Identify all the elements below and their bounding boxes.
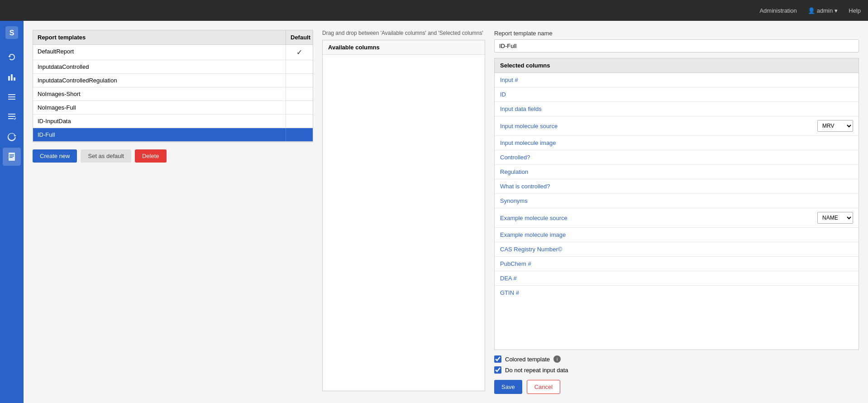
tasks-icon[interactable] <box>3 108 21 126</box>
column-label: What is controlled? <box>500 183 550 190</box>
column-label: GTIN # <box>500 289 519 296</box>
do-not-repeat-row: Do not repeat input data <box>494 366 859 374</box>
column-label: Regulation <box>500 168 528 175</box>
colored-template-checkbox[interactable] <box>494 355 501 363</box>
delete-button[interactable]: Delete <box>135 149 167 163</box>
selected-columns-header: Selected columns <box>495 58 858 73</box>
row-name: InputdataControlled <box>33 60 286 73</box>
colored-template-label: Colored template <box>505 356 550 363</box>
chart-icon[interactable] <box>3 68 21 86</box>
table-row[interactable]: DefaultReport✓ <box>33 45 313 60</box>
column-label: Example molecule image <box>500 231 566 238</box>
cancel-button[interactable]: Cancel <box>527 380 560 394</box>
save-cancel-row: Save Cancel <box>494 380 859 394</box>
svg-text:S: S <box>10 29 14 37</box>
set-as-default-button[interactable]: Set as default <box>81 149 131 163</box>
content-area: Report templates Default DefaultReport✓I… <box>33 30 859 394</box>
main-content: Report templates Default DefaultReport✓I… <box>24 21 868 403</box>
logo-icon[interactable]: S <box>4 24 20 41</box>
selected-columns-rows: Input #IDInput data fieldsInput molecule… <box>495 73 858 300</box>
create-new-button[interactable]: Create new <box>33 149 77 163</box>
do-not-repeat-label: Do not repeat input data <box>505 367 568 374</box>
column-label: PubChem # <box>500 260 531 267</box>
svg-rect-13 <box>10 154 14 155</box>
svg-rect-14 <box>10 156 14 157</box>
row-default <box>286 74 313 87</box>
table-row[interactable]: ID-Full <box>33 128 313 142</box>
svg-rect-8 <box>8 114 15 115</box>
table-row[interactable]: InputdataControlled <box>33 60 313 74</box>
colored-template-info-icon[interactable]: i <box>553 355 561 363</box>
column-label: Input molecule image <box>500 139 556 146</box>
row-default <box>286 128 313 141</box>
row-name: DefaultReport <box>33 45 286 60</box>
selected-column-row: CAS Registry Number© <box>495 242 858 257</box>
admin-menu[interactable]: 👤 admin ▾ <box>808 7 838 14</box>
selected-column-row: PubChem # <box>495 257 858 271</box>
list-icon[interactable] <box>3 88 21 106</box>
selected-column-row: Controlled? <box>495 150 858 165</box>
selected-column-row: Synonyms <box>495 194 858 208</box>
column-label: Controlled? <box>500 154 530 161</box>
right-panel: Report template name Selected columns In… <box>494 30 859 394</box>
selected-column-row: Input # <box>495 73 858 87</box>
table-row[interactable]: ID-InputData <box>33 115 313 128</box>
svg-rect-6 <box>8 96 15 97</box>
admin-icon: 👤 <box>808 7 815 14</box>
do-not-repeat-checkbox[interactable] <box>494 366 501 374</box>
selected-column-row: Regulation <box>495 165 858 179</box>
column-label: CAS Registry Number© <box>500 246 562 253</box>
row-name: InputdataControlledRegulation <box>33 74 286 87</box>
bottom-options: Colored template i Do not repeat input d… <box>494 355 859 374</box>
column-source-dropdown[interactable]: MRVNAMESMILESINCHI <box>817 120 853 132</box>
selected-column-row: Input data fields <box>495 102 858 116</box>
middle-panel: Drag and drop between 'Available columns… <box>322 30 485 394</box>
header-name: Report templates <box>33 30 286 44</box>
svg-rect-3 <box>11 74 13 81</box>
row-default <box>286 60 313 73</box>
table-row[interactable]: InputdataControlledRegulation <box>33 74 313 87</box>
svg-rect-2 <box>8 76 10 81</box>
svg-rect-15 <box>10 157 13 158</box>
report-templates-table: Report templates Default DefaultReport✓I… <box>33 30 313 142</box>
selected-column-row: ID <box>495 87 858 102</box>
header-default: Default <box>286 30 313 44</box>
row-default <box>286 101 313 114</box>
row-default <box>286 87 313 101</box>
available-columns-header: Available columns <box>323 40 485 55</box>
column-label: Input # <box>500 77 518 83</box>
selected-column-row: Example molecule sourceNAMEMRVSMILESINCH… <box>495 208 858 228</box>
column-label: ID <box>500 91 506 98</box>
left-panel: Report templates Default DefaultReport✓I… <box>33 30 313 394</box>
checkmark-icon: ✓ <box>296 48 302 57</box>
drag-hint: Drag and drop between 'Available columns… <box>322 30 485 36</box>
table-row[interactable]: NoImages-Full <box>33 101 313 115</box>
available-columns-box: Available columns <box>322 40 485 391</box>
colored-template-row: Colored template i <box>494 355 859 363</box>
column-label: DEA # <box>500 275 517 282</box>
sync-icon[interactable] <box>3 128 21 146</box>
column-label: Synonyms <box>500 197 528 204</box>
selected-column-row: Example molecule image <box>495 228 858 242</box>
selected-column-row: DEA # <box>495 271 858 286</box>
template-name-label: Report template name <box>494 30 859 37</box>
refresh-icon[interactable] <box>3 48 21 66</box>
administration-link[interactable]: Administration <box>759 7 796 14</box>
svg-rect-9 <box>8 116 15 117</box>
save-button[interactable]: Save <box>494 380 522 394</box>
help-link[interactable]: Help <box>849 7 861 14</box>
report-icon[interactable] <box>3 148 21 166</box>
column-label: Example molecule source <box>500 215 568 221</box>
table-header: Report templates Default <box>33 30 313 45</box>
selected-column-row: Input molecule sourceMRVNAMESMILESINCHI <box>495 116 858 136</box>
svg-rect-5 <box>8 94 15 95</box>
template-name-input[interactable] <box>494 39 859 53</box>
column-source-dropdown[interactable]: NAMEMRVSMILESINCHI <box>817 212 853 224</box>
row-name: NoImages-Short <box>33 87 286 101</box>
table-row[interactable]: NoImages-Short <box>33 87 313 101</box>
svg-rect-12 <box>9 153 15 161</box>
selected-column-row: Input molecule image <box>495 136 858 150</box>
selected-column-row: GTIN # <box>495 286 858 300</box>
row-default <box>286 115 313 128</box>
svg-rect-4 <box>14 77 15 81</box>
